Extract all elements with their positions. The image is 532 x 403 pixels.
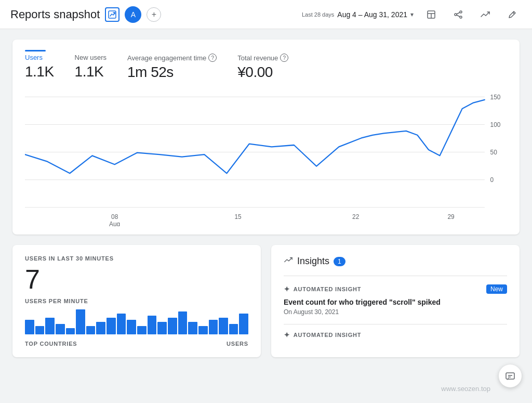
- mini-bar: [25, 320, 34, 334]
- svg-text:08: 08: [111, 213, 118, 220]
- mini-bar: [86, 326, 96, 334]
- users-per-min-label: USERS PER MINUTE: [25, 298, 248, 304]
- insights-trend-icon: [284, 255, 293, 267]
- mini-bar: [107, 318, 116, 334]
- header-left: Reports snapshot A +: [10, 6, 296, 23]
- revenue-help-icon[interactable]: ?: [280, 54, 288, 62]
- mini-bar: [229, 324, 238, 334]
- top-countries-row: TOP COUNTRIES USERS: [25, 341, 248, 347]
- insight-item-2[interactable]: ✦ AUTOMATED INSIGHT: [284, 324, 507, 339]
- engagement-metric[interactable]: Average engagement time ? 1m 52s: [127, 54, 217, 81]
- mini-bar: [127, 320, 136, 334]
- svg-text:22: 22: [352, 213, 359, 220]
- date-caret-icon: ▾: [410, 11, 414, 18]
- svg-text:29: 29: [447, 213, 454, 220]
- revenue-metric[interactable]: Total revenue ? ¥0.00: [237, 54, 288, 81]
- date-range-value: Aug 4 – Aug 31, 2021: [337, 10, 407, 19]
- main-content: Users 1.1K New users 1.1K Average engage…: [0, 29, 532, 368]
- sparkle-icon-2: ✦: [284, 331, 290, 339]
- svg-text:50: 50: [490, 149, 497, 156]
- svg-line-7: [457, 12, 460, 14]
- mini-bar: [117, 314, 126, 334]
- top-countries-label: TOP COUNTRIES: [25, 341, 77, 347]
- realtime-card: USERS IN LAST 30 MINUTES 7 USERS PER MIN…: [12, 245, 261, 357]
- mini-bar: [198, 326, 208, 334]
- date-range-label: Last 28 days: [302, 11, 334, 18]
- mini-bars-chart: [25, 309, 248, 334]
- mini-bar: [56, 324, 65, 334]
- watermark: www.seozen.top: [441, 385, 490, 393]
- automated-label-1: ✦ AUTOMATED INSIGHT: [284, 285, 361, 293]
- svg-text:15: 15: [234, 213, 241, 220]
- header-right: Last 28 days Aug 4 – Aug 31, 2021 ▾: [302, 5, 522, 24]
- mini-bar: [239, 314, 248, 334]
- engagement-metric-value: 1m 52s: [127, 64, 217, 81]
- page-title: Reports snapshot: [10, 8, 100, 21]
- insight-event-title-1: Event count for who triggered "scroll" s…: [284, 298, 507, 306]
- mini-bar: [148, 316, 157, 334]
- svg-point-6: [460, 16, 462, 18]
- main-chart-card: Users 1.1K New users 1.1K Average engage…: [12, 40, 520, 235]
- insight-meta-1: ✦ AUTOMATED INSIGHT New: [284, 284, 507, 294]
- mini-bar: [157, 322, 167, 334]
- engagement-metric-label: Average engagement time ?: [127, 54, 217, 62]
- add-report-button[interactable]: +: [147, 7, 161, 22]
- active-tab-bar: [25, 50, 46, 51]
- users-metric-label: Users: [25, 54, 54, 61]
- mini-bar: [96, 322, 105, 334]
- insights-trend-button[interactable]: [476, 5, 495, 24]
- insights-title: Insights: [297, 256, 329, 267]
- mini-bar: [178, 311, 188, 334]
- report-icon: [105, 7, 119, 22]
- customize-report-button[interactable]: [422, 5, 441, 24]
- svg-text:Aug: Aug: [109, 220, 120, 226]
- realtime-section-label: USERS IN LAST 30 MINUTES: [25, 255, 248, 262]
- edit-button[interactable]: [503, 5, 522, 24]
- revenue-metric-value: ¥0.00: [237, 64, 288, 81]
- engagement-help-icon[interactable]: ?: [208, 54, 217, 62]
- users-metric[interactable]: Users 1.1K: [25, 54, 54, 81]
- svg-text:150: 150: [490, 94, 501, 101]
- svg-text:100: 100: [490, 121, 501, 128]
- svg-point-5: [455, 14, 457, 16]
- revenue-metric-label: Total revenue ?: [237, 54, 288, 62]
- users-metric-value: 1.1K: [25, 63, 54, 80]
- line-chart-svg: 150 100 50 0 08 Aug 15 22 29: [25, 91, 507, 226]
- mini-bar: [66, 328, 75, 334]
- share-button[interactable]: [449, 5, 468, 24]
- automated-label-2: ✦ AUTOMATED INSIGHT: [284, 331, 507, 339]
- mini-bar: [219, 318, 228, 334]
- mini-bar: [137, 326, 147, 334]
- svg-text:0: 0: [490, 176, 494, 184]
- user-avatar-button[interactable]: A: [125, 6, 141, 23]
- insight-date-1: On August 30, 2021: [284, 308, 507, 316]
- feedback-button[interactable]: [499, 365, 522, 387]
- new-users-metric-value: 1.1K: [75, 63, 107, 80]
- users-col-label: USERS: [227, 341, 248, 347]
- sparkle-icon-1: ✦: [284, 285, 290, 293]
- insight-item-1[interactable]: ✦ AUTOMATED INSIGHT New Event count for …: [284, 276, 507, 324]
- new-users-metric-label: New users: [75, 54, 107, 61]
- bottom-row: USERS IN LAST 30 MINUTES 7 USERS PER MIN…: [12, 245, 520, 357]
- insights-count-badge: 1: [334, 257, 345, 266]
- mini-bar: [209, 320, 218, 334]
- mini-bar: [76, 309, 85, 334]
- mini-bar: [35, 326, 45, 334]
- mini-bar: [188, 322, 197, 334]
- svg-rect-24: [506, 373, 514, 379]
- insights-header: Insights 1: [284, 255, 507, 267]
- metrics-row: Users 1.1K New users 1.1K Average engage…: [25, 54, 507, 81]
- insights-card: Insights 1 ✦ AUTOMATED INSIGHT New Event…: [271, 245, 520, 357]
- svg-line-9: [513, 12, 514, 14]
- new-users-metric[interactable]: New users 1.1K: [75, 54, 107, 81]
- mini-bar: [168, 318, 177, 334]
- new-badge-1: New: [486, 284, 507, 294]
- realtime-value: 7: [25, 266, 248, 293]
- line-chart: 150 100 50 0 08 Aug 15 22 29: [25, 91, 507, 226]
- mini-bar: [45, 318, 55, 334]
- svg-point-4: [460, 11, 462, 13]
- svg-line-8: [457, 15, 460, 17]
- app-header: Reports snapshot A + Last 28 days Aug 4 …: [0, 0, 532, 29]
- date-range-picker[interactable]: Last 28 days Aug 4 – Aug 31, 2021 ▾: [302, 10, 414, 19]
